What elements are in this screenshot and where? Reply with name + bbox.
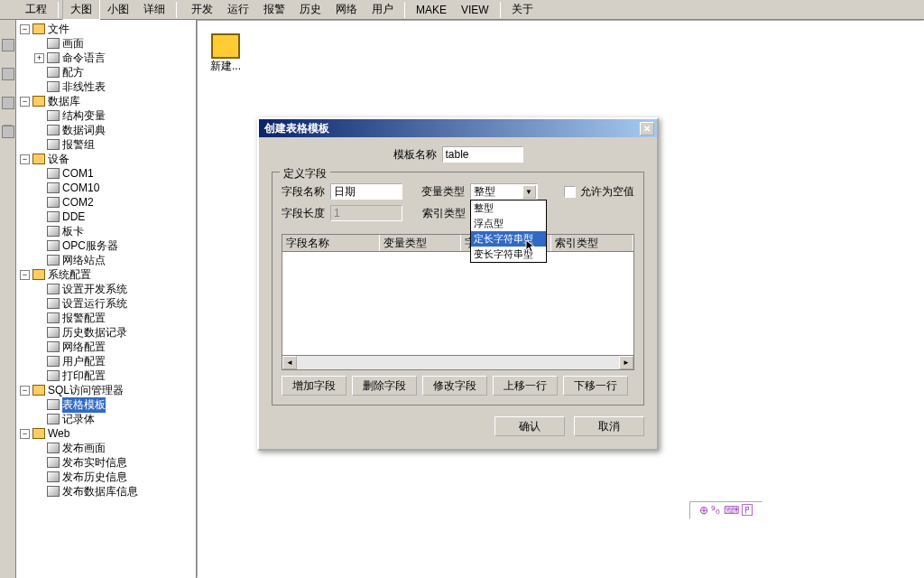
tree-node[interactable]: +命令语言 <box>34 51 194 65</box>
new-template-launcher[interactable]: 新建... <box>207 30 245 78</box>
col-field-name[interactable]: 字段名称 <box>282 235 380 251</box>
tree-node[interactable]: COM1 <box>34 166 194 181</box>
menu-dev[interactable]: 开发 <box>184 0 220 19</box>
tree-label[interactable]: 打印配置 <box>62 368 106 384</box>
tree-label[interactable]: 系统配置 <box>48 267 91 283</box>
template-name-input[interactable] <box>442 146 523 163</box>
tree-node[interactable]: 发布画面 <box>34 441 194 455</box>
add-field-button[interactable]: 增加字段 <box>282 376 346 396</box>
tree-label[interactable]: 数据词典 <box>62 123 106 138</box>
tree-label[interactable]: 板卡 <box>62 224 84 239</box>
tree-node[interactable]: 网络配置 <box>34 340 194 354</box>
tree-node[interactable]: −设备 <box>20 152 194 166</box>
menu-about[interactable]: 关于 <box>504 0 541 19</box>
tree-node[interactable]: 发布数据库信息 <box>34 484 194 499</box>
col-var-type[interactable]: 变量类型 <box>380 235 461 251</box>
tree-label[interactable]: 配方 <box>62 65 84 80</box>
vtab-icon4[interactable] <box>2 126 14 138</box>
tree-node[interactable]: 历史数据记录 <box>34 325 194 340</box>
var-type-select[interactable]: 整型 ▼ 整型 浮点型 定长字符串型 变长字符串型 <box>470 183 538 200</box>
tree-label[interactable]: 发布历史信息 <box>62 470 127 485</box>
tree-node[interactable]: 发布历史信息 <box>34 470 194 484</box>
expander-icon[interactable]: − <box>20 386 30 396</box>
menu-run[interactable]: 运行 <box>220 0 256 19</box>
tree-label[interactable]: Web <box>48 427 69 440</box>
tree-label[interactable]: COM1 <box>62 167 94 180</box>
tree-node[interactable]: 画面 <box>34 36 194 51</box>
col-index-type[interactable]: 索引类型 <box>551 235 633 251</box>
tree-label[interactable]: 历史数据记录 <box>62 325 127 340</box>
h-scrollbar[interactable]: ◄ ► <box>282 356 634 370</box>
tree-label[interactable]: 发布实时信息 <box>62 455 127 471</box>
tree-label[interactable]: 设备 <box>48 152 69 167</box>
tree-node[interactable]: OPC服务器 <box>34 238 194 253</box>
expander-icon[interactable]: − <box>20 270 30 280</box>
tree-label[interactable]: 设置开发系统 <box>62 282 127 297</box>
tree-label[interactable]: 网络站点 <box>62 253 106 268</box>
vtab-system[interactable]: 系统 <box>0 27 15 34</box>
expander-icon[interactable]: − <box>20 154 30 164</box>
delete-field-button[interactable]: 删除字段 <box>352 376 417 396</box>
tree-label[interactable]: 用户配置 <box>62 354 106 369</box>
tree-node[interactable]: COM2 <box>34 195 194 210</box>
var-type-dropdown[interactable]: 整型 浮点型 定长字符串型 变长字符串型 <box>470 200 547 263</box>
opt-int[interactable]: 整型 <box>471 200 546 216</box>
expander-icon[interactable]: − <box>20 24 30 34</box>
tree-label[interactable]: 表格模板 <box>62 397 106 413</box>
tree-label[interactable]: 设置运行系统 <box>62 296 127 312</box>
tree-node[interactable]: 结构变量 <box>34 108 194 123</box>
tree-node[interactable]: −系统配置 <box>20 267 194 282</box>
opt-float[interactable]: 浮点型 <box>471 216 546 231</box>
opt-fixed-str[interactable]: 定长字符串型 <box>471 231 546 247</box>
tree-node[interactable]: 配方 <box>34 65 194 79</box>
menu-detail[interactable]: 详细 <box>136 0 172 19</box>
menu-user[interactable]: 用户 <box>365 0 401 19</box>
tree-node[interactable]: 打印配置 <box>34 368 194 383</box>
tree-label[interactable]: 报警组 <box>62 137 95 153</box>
expander-icon[interactable]: − <box>20 429 30 439</box>
ok-button[interactable]: 确认 <box>494 416 565 436</box>
tree-label[interactable]: COM10 <box>62 182 99 194</box>
tree-panel[interactable]: −文件画面+命令语言配方非线性表−数据库结构变量数据词典报警组−设备COM1CO… <box>16 20 197 578</box>
scroll-right-icon[interactable]: ► <box>619 356 633 369</box>
tree-node[interactable]: −数据库 <box>20 94 194 108</box>
expander-icon[interactable]: − <box>20 97 30 107</box>
menu-view[interactable]: VIEW <box>454 2 496 18</box>
vtab-variable[interactable]: 变量 <box>0 56 15 63</box>
allow-null-checkbox-wrap[interactable]: 允许为空值 <box>564 184 634 200</box>
opt-var-str[interactable]: 变长字符串型 <box>471 247 546 262</box>
tree-label[interactable]: 数据库 <box>48 94 80 109</box>
vtab-station[interactable]: 站点 <box>0 85 15 92</box>
move-up-button[interactable]: 上移一行 <box>493 376 558 396</box>
grid-body[interactable] <box>282 252 634 356</box>
vtab-icon2[interactable] <box>2 68 14 80</box>
scroll-track[interactable] <box>297 356 619 369</box>
menu-bigview[interactable]: 大图 <box>62 0 100 20</box>
tree-label[interactable]: 记录体 <box>62 412 95 427</box>
tree-node[interactable]: 数据词典 <box>34 123 194 137</box>
menu-smallview[interactable]: 小图 <box>100 0 136 19</box>
dialog-titlebar[interactable]: 创建表格模板 ✕ <box>259 119 657 137</box>
tree-node[interactable]: 设置开发系统 <box>34 282 194 296</box>
tree-node[interactable]: −Web <box>20 426 194 441</box>
close-icon[interactable]: ✕ <box>640 122 654 135</box>
tree-node[interactable]: 报警组 <box>34 137 194 152</box>
tree-node[interactable]: −SQL访问管理器 <box>20 383 194 397</box>
tree-label[interactable]: 非线性表 <box>62 79 106 95</box>
menu-network[interactable]: 网络 <box>328 0 365 19</box>
tree-label[interactable]: DDE <box>62 210 85 223</box>
tree-node[interactable]: 非线性表 <box>34 79 194 94</box>
vtab-screen[interactable]: 画面 <box>0 114 15 121</box>
tree-label[interactable]: 文件 <box>48 22 69 37</box>
tree-label[interactable]: 发布数据库信息 <box>62 484 138 499</box>
tree-label[interactable]: COM2 <box>62 196 94 209</box>
tree-node[interactable]: 用户配置 <box>34 354 194 368</box>
menu-history[interactable]: 历史 <box>292 0 328 19</box>
tree-label[interactable]: 发布画面 <box>62 441 106 456</box>
cancel-button[interactable]: 取消 <box>574 416 644 436</box>
tree-node[interactable]: −文件 <box>20 22 194 36</box>
tree-node[interactable]: 发布实时信息 <box>34 455 194 470</box>
tree-node[interactable]: 报警配置 <box>34 311 194 325</box>
allow-null-checkbox[interactable] <box>564 186 576 198</box>
field-name-input[interactable] <box>330 183 402 200</box>
